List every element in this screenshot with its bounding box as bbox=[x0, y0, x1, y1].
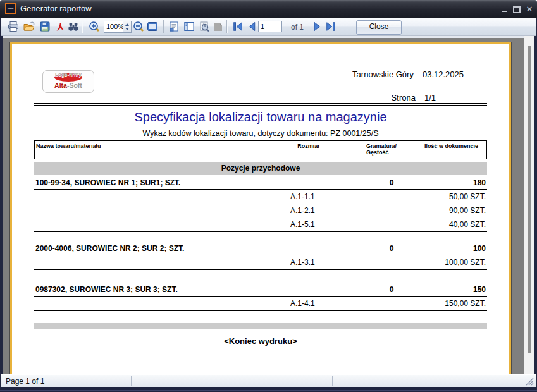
item-name: 0987302, SUROWIEC NR 3; SUR 3; SZT. bbox=[35, 284, 178, 295]
thumbnails-panel-icon[interactable] bbox=[182, 20, 196, 34]
resize-grip[interactable] bbox=[526, 377, 534, 386]
page-setup-icon[interactable] bbox=[167, 20, 181, 34]
minimize-button[interactable] bbox=[499, 5, 509, 14]
col-name: Nazwa towaru/materiału bbox=[36, 143, 101, 149]
vertical-scrollbar[interactable] bbox=[524, 36, 534, 374]
item-gram: 0 bbox=[373, 243, 410, 254]
item-group: 2000-4006, SUROWIEC NR 2; SUR 2; SZT. 0 … bbox=[34, 243, 487, 270]
strona-label: Strona bbox=[392, 93, 416, 102]
toolbar: 100% of bbox=[1, 18, 536, 36]
city-date: Tarnowskie Góry03.12.2025 bbox=[352, 70, 464, 79]
item-qty: 180 bbox=[473, 177, 486, 188]
item-gram: 0 bbox=[373, 284, 410, 295]
section-band: Pozycje przychodowe bbox=[34, 162, 487, 175]
next-page-icon[interactable] bbox=[310, 20, 324, 34]
location-qty: 150,00 SZT. bbox=[445, 297, 486, 310]
spin-up-icon[interactable] bbox=[125, 23, 129, 26]
zoom-level-spinner[interactable]: 100% bbox=[104, 21, 132, 33]
app-window: sww Generator raportów ✕ 100% bbox=[0, 0, 537, 392]
report-table: Nazwa towaru/materiału Rozmiar Gramatura… bbox=[34, 140, 487, 346]
location-code: A.1-4.1 bbox=[290, 297, 315, 310]
location-rows: A.1-3.1 100,00 SZT. bbox=[34, 255, 487, 270]
report-subtitle: Wykaz kodów lokalizacji towaru, dotyczy … bbox=[12, 129, 509, 138]
city-label: Tarnowskie Góry bbox=[352, 70, 414, 79]
app-icon: sww bbox=[5, 3, 16, 14]
header-rule bbox=[34, 103, 487, 104]
last-page-icon[interactable] bbox=[324, 20, 338, 34]
spin-down-icon[interactable] bbox=[125, 28, 129, 30]
location-qty: 90,00 SZT. bbox=[449, 204, 486, 217]
header-rule bbox=[34, 105, 487, 106]
col-gram: Gramatura/Gęstość bbox=[366, 143, 397, 156]
report-preview-area[interactable]: Logo-firmy Alta-Soft Tarnowskie Góry03.1… bbox=[3, 36, 524, 374]
report-title: Specyfikacja lokalizacji towaru na magaz… bbox=[12, 110, 509, 125]
location-qty: 100,00 SZT. bbox=[445, 255, 486, 269]
company-logo: Logo-firmy Alta-Soft bbox=[42, 70, 94, 93]
status-bar: Page 1 of 1 bbox=[1, 374, 536, 387]
first-page-icon[interactable] bbox=[231, 20, 245, 34]
toolbar-separator bbox=[163, 20, 164, 33]
zoom-out-icon[interactable] bbox=[132, 20, 145, 34]
edit-page-icon[interactable] bbox=[197, 20, 211, 34]
date-label: 03.12.2025 bbox=[423, 70, 464, 79]
logo-brand: Alta-Soft bbox=[43, 82, 94, 89]
status-separator bbox=[332, 376, 333, 386]
window-bottom-line bbox=[0, 390, 537, 391]
location-row: A.1-2.1 90,00 SZT. bbox=[34, 204, 487, 217]
save-icon[interactable] bbox=[38, 20, 52, 34]
location-row: A.1-3.1 100,00 SZT. bbox=[34, 255, 487, 269]
item-row: 100-99-34, SUROWIEC NR 1; SUR1; SZT. 0 1… bbox=[34, 177, 487, 190]
maximize-button[interactable] bbox=[512, 5, 522, 14]
window-title: Generator raportów bbox=[20, 4, 92, 13]
pdf-export-icon[interactable] bbox=[53, 20, 67, 34]
title-bar: sww Generator raportów ✕ bbox=[0, 0, 537, 18]
toolbar-separator bbox=[82, 20, 83, 33]
logo-watermark: Logo-firmy bbox=[43, 71, 94, 77]
watermark-icon[interactable] bbox=[211, 20, 225, 34]
item-group: 0987302, SUROWIEC NR 3; SUR 3; SZT. 0 15… bbox=[34, 284, 487, 311]
location-rows: A.1-1.1 50,00 SZT. A.1-2.1 90,00 SZT. A.… bbox=[34, 190, 487, 232]
find-icon[interactable] bbox=[66, 20, 80, 34]
strona-value: 1/1 bbox=[424, 93, 436, 102]
page-number-input[interactable] bbox=[258, 21, 282, 32]
item-gram: 0 bbox=[373, 177, 410, 188]
item-name: 100-99-34, SUROWIEC NR 1; SUR1; SZT. bbox=[35, 177, 180, 188]
col-size: Rozmiar bbox=[290, 143, 328, 149]
spinner-buttons[interactable] bbox=[123, 21, 131, 32]
toolbar-separator bbox=[226, 20, 228, 33]
location-qty: 40,00 SZT. bbox=[449, 217, 486, 231]
table-header: Nazwa towaru/materiału Rozmiar Gramatura… bbox=[34, 140, 487, 159]
table-groups: 100-99-34, SUROWIEC NR 1; SUR1; SZT. 0 1… bbox=[34, 177, 487, 311]
close-button[interactable]: Close bbox=[356, 20, 402, 35]
print-icon[interactable] bbox=[6, 20, 20, 34]
location-row: A.1-1.1 50,00 SZT. bbox=[34, 190, 487, 204]
location-code: A.1-1.1 bbox=[290, 190, 315, 204]
item-row: 0987302, SUROWIEC NR 3; SUR 3; SZT. 0 15… bbox=[34, 284, 487, 297]
end-of-print: <Koniec wydruku> bbox=[34, 336, 487, 346]
full-screen-icon[interactable] bbox=[145, 20, 159, 34]
page-count-label: of 1 bbox=[291, 23, 304, 32]
location-row: A.1-5.1 40,00 SZT. bbox=[34, 217, 487, 231]
status-separator bbox=[131, 376, 132, 386]
location-rows: A.1-4.1 150,00 SZT. bbox=[34, 297, 487, 311]
report-page: Logo-firmy Alta-Soft Tarnowskie Góry03.1… bbox=[10, 42, 511, 374]
vertical-scrollbar-thumb[interactable] bbox=[528, 46, 531, 353]
location-row: A.1-4.1 150,00 SZT. bbox=[34, 297, 487, 310]
zoom-level-value: 100% bbox=[106, 23, 124, 30]
item-name: 2000-4006, SUROWIEC NR 2; SUR 2; SZT. bbox=[35, 243, 184, 254]
item-row: 2000-4006, SUROWIEC NR 2; SUR 2; SZT. 0 … bbox=[34, 243, 487, 255]
footer-band bbox=[34, 323, 487, 329]
item-group: 100-99-34, SUROWIEC NR 1; SUR1; SZT. 0 1… bbox=[34, 177, 487, 232]
location-code: A.1-3.1 bbox=[290, 255, 315, 269]
location-code: A.1-5.1 bbox=[290, 217, 315, 231]
window-bottom-border bbox=[0, 387, 537, 392]
previous-page-icon[interactable] bbox=[245, 20, 259, 34]
col-qty: Ilość w dokumencie bbox=[424, 143, 478, 149]
close-window-button[interactable]: ✕ bbox=[524, 5, 534, 14]
item-qty: 100 bbox=[473, 243, 486, 254]
item-qty: 150 bbox=[473, 284, 486, 295]
open-icon[interactable] bbox=[22, 20, 36, 34]
status-text: Page 1 of 1 bbox=[6, 377, 44, 386]
location-qty: 50,00 SZT. bbox=[449, 190, 486, 204]
zoom-in-icon[interactable] bbox=[87, 20, 101, 34]
